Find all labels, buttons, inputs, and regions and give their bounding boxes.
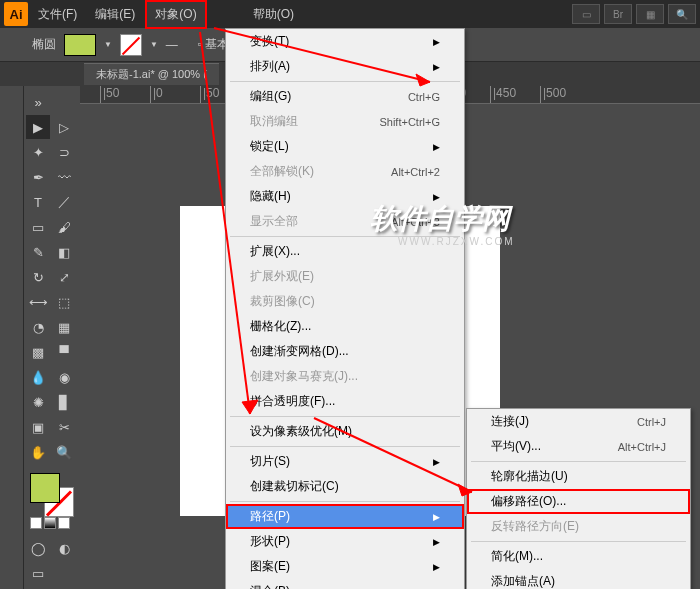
toolbox: » ▶▷ ✦⊃ ✒〰 T／ ▭🖌 ✎◧ ↻⤢ ⟷⬚ ◔▦ ▩▀ 💧◉ ✺▊ ▣✂… [24, 86, 80, 589]
free-transform-tool[interactable]: ⬚ [52, 290, 76, 314]
perspective-tool[interactable]: ▦ [52, 315, 76, 339]
document-tab[interactable]: 未标题-1.ai* @ 100% ( [84, 63, 219, 85]
bridge-icon[interactable]: Br [604, 4, 632, 24]
menu-help[interactable]: 帮助(O) [245, 2, 302, 27]
menu-ungroup[interactable]: 取消编组Shift+Ctrl+G [226, 109, 464, 134]
submenu-reverse-path[interactable]: 反转路径方向(E) [467, 514, 690, 539]
rectangle-tool[interactable]: ▭ [26, 215, 50, 239]
graph-tool[interactable]: ▊ [52, 390, 76, 414]
menu-group[interactable]: 编组(G)Ctrl+G [226, 84, 464, 109]
menu-hide[interactable]: 隐藏(H)▶ [226, 184, 464, 209]
eraser-tool[interactable]: ◧ [52, 240, 76, 264]
eyedropper-tool[interactable]: 💧 [26, 365, 50, 389]
menu-blend[interactable]: 混合(B)▶ [226, 579, 464, 589]
watermark-url: WWW.RJZXW.COM [398, 236, 515, 247]
object-menu-dropdown: 变换(T)▶ 排列(A)▶ 编组(G)Ctrl+G 取消编组Shift+Ctrl… [225, 28, 465, 589]
menu-flatten[interactable]: 拼合透明度(F)... [226, 389, 464, 414]
app-logo: Ai [4, 2, 28, 26]
menu-shape[interactable]: 形状(P)▶ [226, 529, 464, 554]
fill-stroke-swatches[interactable] [30, 473, 76, 512]
curvature-tool[interactable]: 〰 [52, 165, 76, 189]
slice-tool[interactable]: ✂ [52, 415, 76, 439]
menu-show-all[interactable]: 显示全部Alt+Ctrl+3 [226, 209, 464, 234]
submenu-average[interactable]: 平均(V)...Alt+Ctrl+J [467, 434, 690, 459]
menu-path[interactable]: 路径(P)▶ [226, 504, 464, 529]
rotate-tool[interactable]: ↻ [26, 265, 50, 289]
artboard-tool[interactable]: ▣ [26, 415, 50, 439]
fill-color-swatch[interactable] [64, 34, 96, 56]
brush-tool[interactable]: 🖌 [52, 215, 76, 239]
stroke-none-swatch[interactable] [120, 34, 142, 56]
menu-edit[interactable]: 编辑(E) [87, 2, 143, 27]
symbol-tool[interactable]: ✺ [26, 390, 50, 414]
menu-pixel-perfect[interactable]: 设为像素级优化(M) [226, 419, 464, 444]
menu-rasterize[interactable]: 栅格化(Z)... [226, 314, 464, 339]
layout-icon[interactable]: ▭ [572, 4, 600, 24]
search-icon[interactable]: 🔍 [668, 4, 696, 24]
screen-mode-icon[interactable]: ▭ [26, 561, 50, 585]
menu-pattern[interactable]: 图案(E)▶ [226, 554, 464, 579]
menu-arrange[interactable]: 排列(A)▶ [226, 54, 464, 79]
menu-slice[interactable]: 切片(S)▶ [226, 449, 464, 474]
stroke-dropdown-icon[interactable]: ▼ [150, 40, 158, 49]
type-tool[interactable]: T [26, 190, 50, 214]
menu-crop-image[interactable]: 裁剪图像(C) [226, 289, 464, 314]
stroke-weight-label: — [166, 38, 178, 52]
width-tool[interactable]: ⟷ [26, 290, 50, 314]
menu-gradient-mesh[interactable]: 创建渐变网格(D)... [226, 339, 464, 364]
shaper-tool[interactable]: ✎ [26, 240, 50, 264]
lasso-tool[interactable]: ⊃ [52, 140, 76, 164]
submenu-outline-stroke[interactable]: 轮廓化描边(U) [467, 464, 690, 489]
gradient-tool[interactable]: ▀ [52, 340, 76, 364]
fill-dropdown-icon[interactable]: ▼ [104, 40, 112, 49]
menu-file[interactable]: 文件(F) [30, 2, 85, 27]
submenu-join[interactable]: 连接(J)Ctrl+J [467, 409, 690, 434]
selected-tool-label: 椭圆 [32, 36, 56, 53]
mesh-tool[interactable]: ▩ [26, 340, 50, 364]
menu-lock[interactable]: 锁定(L)▶ [226, 134, 464, 159]
menu-unlock-all[interactable]: 全部解锁(K)Alt+Ctrl+2 [226, 159, 464, 184]
none-mode-icon[interactable] [58, 517, 70, 529]
menu-object[interactable]: 对象(O) [145, 0, 206, 29]
menu-expand-appearance[interactable]: 扩展外观(E) [226, 264, 464, 289]
draw-behind-icon[interactable]: ◐ [52, 536, 76, 560]
line-tool[interactable]: ／ [52, 190, 76, 214]
left-gutter [0, 86, 24, 589]
scale-tool[interactable]: ⤢ [52, 265, 76, 289]
menu-transform[interactable]: 变换(T)▶ [226, 29, 464, 54]
selection-tool[interactable]: ▶ [26, 115, 50, 139]
blend-tool[interactable]: ◉ [52, 365, 76, 389]
path-submenu-dropdown: 连接(J)Ctrl+J 平均(V)...Alt+Ctrl+J 轮廓化描边(U) … [466, 408, 691, 589]
shape-builder-tool[interactable]: ◔ [26, 315, 50, 339]
hand-tool[interactable]: ✋ [26, 440, 50, 464]
direct-selection-tool[interactable]: ▷ [52, 115, 76, 139]
submenu-offset-path[interactable]: 偏移路径(O)... [467, 489, 690, 514]
gradient-mode-icon[interactable] [44, 517, 56, 529]
pen-tool[interactable]: ✒ [26, 165, 50, 189]
arrange-docs-icon[interactable]: ▦ [636, 4, 664, 24]
menu-mosaic[interactable]: 创建对象马赛克(J)... [226, 364, 464, 389]
draw-normal-icon[interactable]: ◯ [26, 536, 50, 560]
fill-swatch-icon[interactable] [30, 473, 60, 503]
submenu-simplify[interactable]: 简化(M)... [467, 544, 690, 569]
menu-trim-marks[interactable]: 创建裁切标记(C) [226, 474, 464, 499]
color-mode-icon[interactable] [30, 517, 42, 529]
double-arrow-icon[interactable]: » [26, 90, 50, 114]
magic-wand-tool[interactable]: ✦ [26, 140, 50, 164]
zoom-tool[interactable]: 🔍 [52, 440, 76, 464]
submenu-add-anchor[interactable]: 添加锚点(A) [467, 569, 690, 589]
